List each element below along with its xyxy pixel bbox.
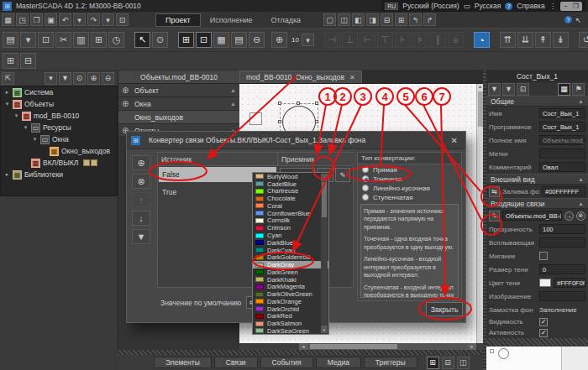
grid-minor-icon[interactable]: ▤ — [231, 32, 247, 48]
color-item[interactable]: DarkMagenta — [253, 283, 328, 290]
expand-arrow-icon[interactable]: ▾ — [13, 112, 19, 119]
align-center-icon[interactable]: ⊥ — [342, 32, 358, 48]
selection-handle[interactable] — [315, 102, 318, 105]
color-item[interactable]: DarkGray — [253, 261, 328, 268]
tree-search-icon[interactable]: ⊙ — [73, 72, 86, 85]
selection-handle[interactable] — [278, 120, 281, 123]
expand-arrow-icon[interactable]: ▾ — [32, 136, 38, 143]
tree-item[interactable]: ▾ ▭ Окна — [1, 133, 117, 145]
dest-edit-icon[interactable]: ✎ — [335, 168, 350, 182]
object-section-row[interactable]: ⊕ Окна ▲ — [118, 97, 239, 111]
fill-color-field[interactable]: #00FFFFFF — [542, 186, 585, 196]
help-label[interactable]: Справка — [517, 2, 544, 10]
collapse-icon[interactable]: ▲ — [578, 98, 584, 104]
name-field[interactable]: Сост_Вых_1 — [539, 108, 585, 118]
tree-item[interactable]: ▩ ВКЛ/ВЫКЛ — [1, 157, 117, 169]
grid-snap-icon[interactable]: ⊡ — [196, 32, 212, 48]
select-cursor-icon[interactable]: ↖ — [134, 32, 150, 48]
panel-add-icon[interactable]: ◧ — [352, 13, 365, 26]
paste-more-icon[interactable]: ▾ — [20, 32, 36, 48]
open-icon[interactable]: ◳ — [16, 13, 29, 26]
send-backward-icon[interactable]: ↡ — [553, 32, 569, 48]
new-icon[interactable]: ▦ — [2, 13, 14, 26]
bottom-tab[interactable]: Элементы — [154, 357, 212, 368]
link-converter-icon[interactable]: ⇆ — [489, 186, 500, 197]
clone-icon[interactable]: ⊞ — [91, 32, 107, 48]
panel-grip[interactable] — [486, 338, 588, 347]
align-top-icon[interactable]: ⊤ — [377, 32, 393, 48]
menu-tab[interactable]: Исполнение — [201, 14, 262, 26]
color-item[interactable]: CadetBlue — [253, 180, 328, 188]
vertical-scrollbar[interactable]: ▲ — [476, 84, 483, 343]
color-item[interactable]: DarkCyan — [253, 247, 328, 254]
panel-export-icon[interactable]: ⊞ — [395, 13, 407, 26]
radio-icon[interactable] — [362, 194, 369, 201]
scroll-down-icon[interactable]: ▾ — [321, 326, 328, 333]
add-icon[interactable]: ⊕ — [122, 99, 131, 108]
language-label[interactable]: Русский (Россия) — [402, 2, 459, 10]
zoom-out-icon[interactable]: ⊖ — [249, 32, 265, 48]
active-checkbox[interactable]: ✓ — [539, 329, 548, 337]
edit-link-icon[interactable]: ✎ — [489, 211, 500, 221]
panel-stack-icon[interactable]: ⊟ — [381, 13, 393, 26]
help-icon[interactable]: ? — [505, 3, 512, 10]
remove-row-icon[interactable]: ⊗ — [132, 174, 150, 189]
opacity-field[interactable]: 100 — [539, 224, 585, 234]
shadow-color-swatch[interactable] — [539, 279, 551, 287]
color-item[interactable]: Cyan — [253, 232, 328, 239]
prop-links-icon[interactable]: ⊡ — [517, 83, 529, 96]
filter-rows-icon[interactable]: ▼ — [132, 229, 150, 244]
visible-checkbox[interactable]: ✓ — [539, 318, 548, 326]
color-item[interactable]: Cornsilk — [253, 217, 328, 225]
copy-structure-icon[interactable]: ⊡ — [116, 13, 129, 26]
tree-item[interactable]: ▾ ▩ mod_BB-0010 — [1, 110, 117, 122]
conversion-option[interactable]: Точечная — [362, 175, 461, 183]
publish-monitor-icon[interactable]: ◫ — [338, 13, 350, 26]
cursor-mode-icon[interactable]: ↖ — [572, 13, 585, 26]
distribute-v-icon[interactable]: ≡ — [448, 32, 464, 48]
color-item[interactable]: Crimson — [253, 224, 328, 232]
selection-handle[interactable] — [297, 102, 300, 105]
object-panel-header[interactable]: Объекты.mod_BB-0010 — [118, 70, 239, 84]
save-icon[interactable]: ▣ — [45, 13, 57, 26]
zoom-dropdown-icon[interactable]: ▾ — [302, 34, 314, 46]
radio-icon[interactable] — [362, 166, 369, 173]
collapse-icon[interactable]: ▲ — [578, 201, 584, 206]
color-item[interactable]: DarkGreen — [253, 268, 328, 276]
tile-mode-value[interactable]: Заполнение — [539, 306, 577, 314]
scroll-left-icon[interactable]: ◄ — [299, 343, 307, 350]
scrollbar-thumb[interactable] — [322, 182, 327, 217]
color-item[interactable]: DarkKhaki — [253, 276, 328, 284]
pin-tree-icon[interactable]: ⇱ — [2, 72, 14, 85]
tree-item[interactable]: ▾ ▭ Ресурсы — [1, 122, 117, 133]
selection-handle[interactable] — [315, 120, 318, 123]
restore-button[interactable]: ❐ — [573, 3, 579, 10]
color-item[interactable]: Coral — [253, 202, 328, 210]
conversion-option[interactable]: Прямая — [362, 165, 461, 174]
add-panel-icon[interactable]: ⊟ — [20, 53, 36, 69]
scroll-up-icon[interactable]: ▲ — [478, 84, 482, 89]
duplicate-icon[interactable]: ▥ — [73, 32, 89, 48]
color-item[interactable]: Chartreuse — [253, 188, 328, 195]
prop-flag-view-icon[interactable]: ⚑ — [572, 83, 585, 96]
help-circle-icon[interactable]: ? — [564, 16, 572, 23]
move-up-icon[interactable]: ↑ — [132, 192, 150, 207]
color-item[interactable]: DarkRed — [253, 313, 328, 320]
scroll-right-icon[interactable]: ► — [468, 343, 476, 350]
shadow-color-field[interactable]: #FFF0F0F0 — [554, 278, 585, 288]
remove-link-icon[interactable]: ⊗ — [576, 211, 585, 221]
panel-split-icon[interactable]: ◨ — [366, 13, 379, 26]
redo-more-icon[interactable]: ▾ — [102, 13, 114, 26]
color-item[interactable]: Chocolate — [253, 195, 328, 202]
tree-zoom-out-icon[interactable]: ⊖ — [102, 72, 114, 85]
color-item[interactable]: DarkGoldenrod — [253, 253, 328, 261]
bring-forward-icon[interactable]: ↟ — [535, 32, 551, 48]
undo-more-icon[interactable]: ▾ — [73, 13, 86, 26]
grid-major-icon[interactable]: ▦ — [213, 32, 229, 48]
expand-arrow-icon[interactable]: ▸ — [4, 171, 10, 178]
selection-frame-icon[interactable]: ▢ — [323, 13, 336, 26]
align-bottom-icon[interactable]: ⊧ — [412, 32, 428, 48]
add-icon[interactable]: ⊕ — [122, 86, 131, 95]
color-item[interactable]: CornflowerBlue — [253, 210, 328, 217]
insert-before-icon[interactable]: ↰ — [409, 13, 422, 26]
